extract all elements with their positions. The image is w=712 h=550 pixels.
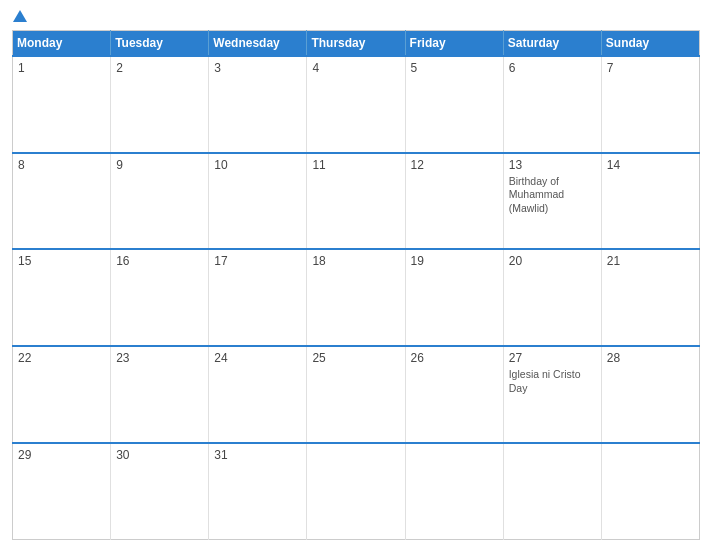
day-number: 7: [607, 61, 694, 75]
logo-triangle-icon: [13, 10, 27, 22]
calendar-cell: 10: [209, 153, 307, 250]
day-number: 12: [411, 158, 498, 172]
calendar-cell: 15: [13, 249, 111, 346]
header: [12, 10, 700, 22]
day-number: 24: [214, 351, 301, 365]
calendar-cell: 7: [601, 56, 699, 153]
day-header-wednesday: Wednesday: [209, 31, 307, 57]
calendar-cell: 1: [13, 56, 111, 153]
day-number: 1: [18, 61, 105, 75]
day-number: 8: [18, 158, 105, 172]
day-number: 25: [312, 351, 399, 365]
calendar-cell: 8: [13, 153, 111, 250]
calendar-cell: 5: [405, 56, 503, 153]
calendar-cell: 24: [209, 346, 307, 443]
calendar-cell: 6: [503, 56, 601, 153]
day-header-saturday: Saturday: [503, 31, 601, 57]
calendar-cell: 13Birthday of Muhammad (Mawlid): [503, 153, 601, 250]
calendar-cell: 3: [209, 56, 307, 153]
day-number: 16: [116, 254, 203, 268]
calendar-cell: 14: [601, 153, 699, 250]
calendar-cell: 28: [601, 346, 699, 443]
week-row-1: 1234567: [13, 56, 700, 153]
day-number: 23: [116, 351, 203, 365]
day-number: 28: [607, 351, 694, 365]
calendar-cell: 2: [111, 56, 209, 153]
day-number: 29: [18, 448, 105, 462]
day-header-monday: Monday: [13, 31, 111, 57]
calendar-cell: 16: [111, 249, 209, 346]
calendar-cell: 12: [405, 153, 503, 250]
day-number: 9: [116, 158, 203, 172]
calendar-cell: 31: [209, 443, 307, 540]
calendar-cell: 18: [307, 249, 405, 346]
day-header-tuesday: Tuesday: [111, 31, 209, 57]
day-number: 4: [312, 61, 399, 75]
week-row-3: 15161718192021: [13, 249, 700, 346]
day-number: 13: [509, 158, 596, 172]
day-number: 6: [509, 61, 596, 75]
calendar-cell: 22: [13, 346, 111, 443]
calendar-cell: 21: [601, 249, 699, 346]
day-number: 19: [411, 254, 498, 268]
calendar-cell: 20: [503, 249, 601, 346]
day-number: 21: [607, 254, 694, 268]
calendar-cell: 26: [405, 346, 503, 443]
calendar-cell: 17: [209, 249, 307, 346]
calendar-cell: [601, 443, 699, 540]
day-number: 20: [509, 254, 596, 268]
day-number: 22: [18, 351, 105, 365]
calendar-cell: [503, 443, 601, 540]
day-header-friday: Friday: [405, 31, 503, 57]
calendar-cell: 25: [307, 346, 405, 443]
day-number: 3: [214, 61, 301, 75]
logo: [12, 10, 28, 22]
day-number: 11: [312, 158, 399, 172]
day-number: 2: [116, 61, 203, 75]
days-header-row: MondayTuesdayWednesdayThursdayFridaySatu…: [13, 31, 700, 57]
event-label: Birthday of Muhammad (Mawlid): [509, 175, 596, 216]
day-number: 15: [18, 254, 105, 268]
calendar-cell: 30: [111, 443, 209, 540]
day-number: 5: [411, 61, 498, 75]
day-number: 31: [214, 448, 301, 462]
calendar-cell: 11: [307, 153, 405, 250]
calendar-cell: 4: [307, 56, 405, 153]
day-number: 14: [607, 158, 694, 172]
page: MondayTuesdayWednesdayThursdayFridaySatu…: [0, 0, 712, 550]
day-header-thursday: Thursday: [307, 31, 405, 57]
calendar-table: MondayTuesdayWednesdayThursdayFridaySatu…: [12, 30, 700, 540]
calendar-cell: 23: [111, 346, 209, 443]
calendar-cell: 9: [111, 153, 209, 250]
day-number: 26: [411, 351, 498, 365]
day-header-sunday: Sunday: [601, 31, 699, 57]
calendar-cell: 27Iglesia ni Cristo Day: [503, 346, 601, 443]
week-row-5: 293031: [13, 443, 700, 540]
day-number: 27: [509, 351, 596, 365]
calendar-cell: [307, 443, 405, 540]
day-number: 18: [312, 254, 399, 268]
event-label: Iglesia ni Cristo Day: [509, 368, 596, 395]
week-row-4: 222324252627Iglesia ni Cristo Day28: [13, 346, 700, 443]
day-number: 30: [116, 448, 203, 462]
calendar-cell: 19: [405, 249, 503, 346]
week-row-2: 8910111213Birthday of Muhammad (Mawlid)1…: [13, 153, 700, 250]
day-number: 10: [214, 158, 301, 172]
day-number: 17: [214, 254, 301, 268]
calendar-cell: [405, 443, 503, 540]
calendar-cell: 29: [13, 443, 111, 540]
